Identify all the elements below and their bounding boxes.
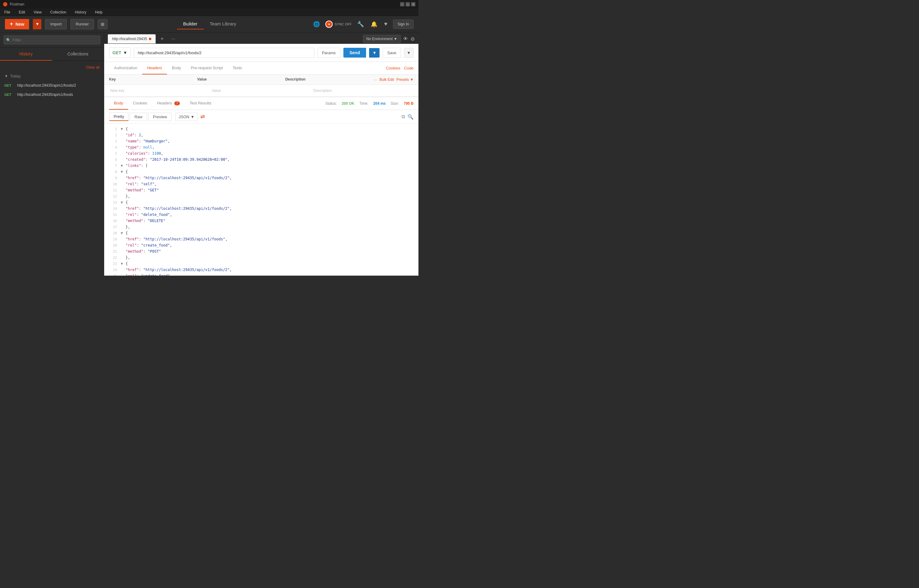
time-value: 204 ms [373, 101, 386, 106]
method-select[interactable]: GET ▼ [109, 47, 131, 58]
headers-new-key-placeholder[interactable]: New key [109, 87, 210, 94]
request-tab-1[interactable]: http://localhost:29435 [108, 34, 156, 44]
menu-collection[interactable]: Collection [48, 10, 68, 15]
line-content: { [126, 230, 415, 236]
line-toggle[interactable]: ▼ [121, 126, 124, 132]
th-desc: Description [285, 77, 373, 82]
new-window-button[interactable]: ⊞ [98, 19, 108, 29]
headers-new-value-placeholder[interactable]: Value [210, 87, 312, 94]
wrap-button[interactable]: ⇌ [200, 113, 205, 120]
line-toggle[interactable]: ▼ [121, 169, 124, 175]
menu-file[interactable]: File [2, 10, 12, 15]
menu-help[interactable]: Help [93, 10, 105, 15]
tab-teamlib[interactable]: Team Library [204, 19, 242, 29]
new-tab-button[interactable]: + [158, 35, 166, 44]
runner-button[interactable]: Runner [71, 19, 94, 29]
env-select[interactable]: No Environment ▼ [363, 35, 401, 43]
json-content: 1▼{2 "id": 2,3 "name": "Hamburger",4 "ty… [104, 124, 418, 276]
line-number: 8 [108, 169, 117, 175]
url-input[interactable] [134, 48, 314, 58]
json-line-9: 9 "href": "http://localhost:29435/api/v1… [104, 175, 418, 181]
send-button[interactable]: Send [343, 48, 366, 58]
resp-tab-body[interactable]: Body [109, 97, 128, 110]
minimize-button[interactable]: ─ [400, 2, 404, 6]
close-button[interactable]: ✕ [411, 2, 415, 6]
resp-status-area: Status: 200 OK Time: 204 ms Size: 795 B [325, 101, 413, 106]
req-nav-prerequest[interactable]: Pre-request Script [186, 62, 228, 74]
req-nav-authorization[interactable]: Authorization [109, 62, 142, 74]
format-preview-button[interactable]: Preview [148, 113, 171, 121]
menu-history[interactable]: History [73, 10, 88, 15]
req-nav-tests[interactable]: Tests [228, 62, 247, 74]
history-item-1[interactable]: GET http://localhost:29435/api/v1/foods/… [0, 81, 104, 90]
resp-type-select[interactable]: JSON ▼ [175, 113, 198, 121]
json-line-13: 13▼ { [104, 200, 418, 206]
line-number: 6 [108, 157, 117, 163]
send-dropdown-button[interactable]: ▼ [369, 48, 380, 58]
new-dropdown-button[interactable]: ▼ [33, 19, 41, 29]
json-line-1: 1▼{ [104, 126, 418, 132]
save-button[interactable]: Save [383, 48, 401, 58]
params-button[interactable]: Params [317, 48, 340, 58]
resp-tab-headers[interactable]: Headers 7 [152, 97, 185, 110]
resp-tab-cookies[interactable]: Cookies [128, 97, 152, 110]
code-link[interactable]: Code [404, 66, 413, 70]
env-select-area: No Environment ▼ 👁 ⚙ [363, 35, 415, 43]
line-content: "href": "http://localhost:29435/api/v1/f… [126, 175, 415, 181]
sync-label: SYNC OFF [334, 23, 352, 26]
json-line-25: 25 "rel": "update_food", [104, 273, 418, 276]
maximize-button[interactable]: □ [405, 2, 410, 6]
tab-collections[interactable]: Collections [52, 48, 104, 61]
menu-view[interactable]: View [32, 10, 44, 15]
json-line-11: 11 "method": "GET" [104, 187, 418, 194]
import-button[interactable]: Import [45, 19, 67, 29]
notification-icon-button[interactable]: 🔔 [370, 19, 379, 29]
presets-button[interactable]: Presets ▼ [396, 78, 413, 82]
more-tabs-button[interactable]: ··· [169, 35, 178, 43]
copy-button[interactable]: ⧉ [402, 114, 405, 120]
headers-new-desc-placeholder[interactable]: Description [312, 87, 413, 94]
tab-builder[interactable]: Builder [177, 19, 204, 29]
tab-history[interactable]: History [0, 48, 52, 61]
resp-toolbar-right: ⧉ 🔍 [402, 114, 413, 120]
resp-type-label: JSON [179, 115, 189, 119]
line-toggle[interactable]: ▼ [121, 261, 124, 267]
filter-input[interactable] [4, 36, 100, 44]
more-actions-icon[interactable]: ··· [373, 77, 377, 82]
signin-button[interactable]: Sign In [393, 19, 413, 29]
line-toggle [121, 151, 124, 157]
save-dropdown-button[interactable]: ▼ [404, 48, 413, 58]
method-text: GET [112, 50, 121, 55]
menu-edit[interactable]: Edit [17, 10, 27, 15]
clear-all-button[interactable]: Clear all [0, 63, 104, 71]
line-toggle[interactable]: ▼ [121, 200, 124, 206]
json-line-7: 7▼"links": [ [104, 163, 418, 169]
format-pretty-button[interactable]: Pretty [109, 112, 129, 121]
resp-tab-testresults[interactable]: Test Results [185, 97, 216, 110]
new-button[interactable]: + New [5, 19, 29, 29]
line-content: "rel": "update_food", [126, 273, 415, 276]
method-badge-2: GET [4, 93, 14, 97]
line-toggle [121, 181, 124, 187]
format-raw-button[interactable]: Raw [130, 113, 147, 121]
line-toggle[interactable]: ▼ [121, 163, 124, 169]
toolbar-right: 🌐 ● SYNC OFF 🔧 🔔 ♥ Sign In [312, 19, 413, 29]
main-toolbar: + New ▼ Import Runner ⊞ Builder Team Lib… [0, 16, 418, 32]
bulk-edit-button[interactable]: Bulk Edit [380, 78, 394, 82]
heart-icon-button[interactable]: ♥ [383, 19, 389, 29]
line-number: 22 [108, 255, 117, 261]
req-nav-headers[interactable]: Headers [142, 62, 167, 74]
line-content: "method": "POST" [126, 249, 415, 255]
settings-icon-button[interactable]: 🔧 [356, 19, 365, 29]
cookies-link[interactable]: Cookies [386, 66, 401, 70]
env-settings-button[interactable]: ⚙ [410, 36, 415, 42]
line-toggle [121, 194, 124, 200]
request-tab-1-label: http://localhost:29435 [112, 37, 147, 41]
env-eye-button[interactable]: 👁 [403, 36, 408, 42]
history-item-2[interactable]: GET http://localhost:29435/api/v1/foods [0, 90, 104, 99]
globe-icon-button[interactable]: 🌐 [312, 19, 321, 29]
search-button[interactable]: 🔍 [407, 114, 413, 120]
line-toggle[interactable]: ▼ [121, 230, 124, 236]
json-line-10: 10 "rel": "self", [104, 181, 418, 187]
req-nav-body[interactable]: Body [167, 62, 186, 74]
